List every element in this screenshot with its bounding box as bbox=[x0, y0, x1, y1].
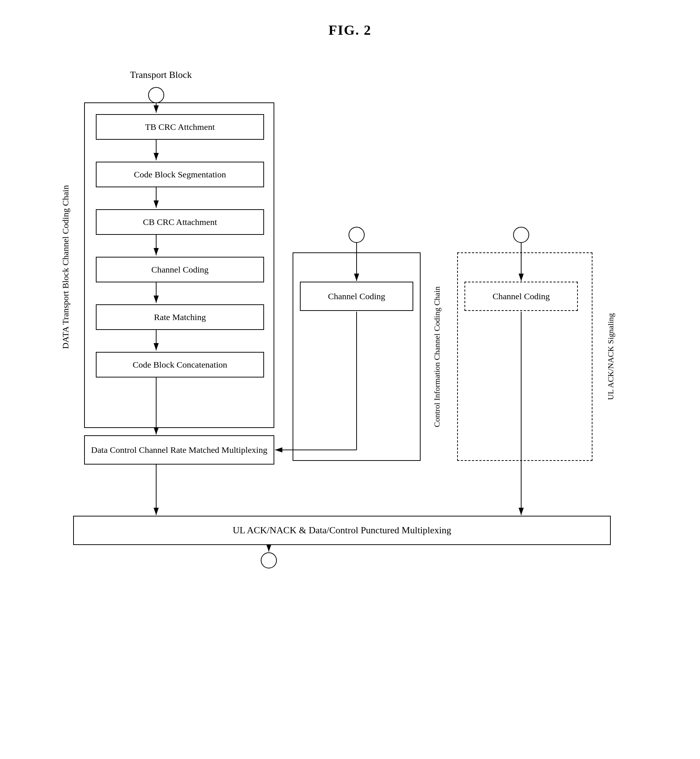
page: FIG. 2 Transport Block DATA Transport Bl… bbox=[0, 0, 700, 759]
box-ul-channel-coding: Channel Coding bbox=[464, 282, 578, 311]
box-code-block-seg: Code Block Segmentation bbox=[96, 162, 264, 187]
side-label-ctrl: Control Information Channel Coding Chain bbox=[426, 260, 448, 454]
box-rate-matching: Rate Matching bbox=[96, 304, 264, 330]
circle-ul-top bbox=[513, 227, 529, 243]
circle-ctrl-top bbox=[348, 227, 365, 243]
box-cb-crc: CB CRC Attachment bbox=[96, 209, 264, 235]
figure-title: FIG. 2 bbox=[0, 0, 700, 38]
box-ctrl-channel-coding: Channel Coding bbox=[300, 282, 413, 311]
side-label-data: DATA Transport Block Channel Coding Chai… bbox=[51, 128, 80, 406]
box-ul-ack-mux: UL ACK/NACK & Data/Control Punctured Mul… bbox=[73, 516, 611, 545]
diagram-area: Transport Block DATA Transport Block Cha… bbox=[37, 47, 658, 743]
box-channel-coding-data: Channel Coding bbox=[96, 257, 264, 282]
data-outer-rect: TB CRC Attchment Code Block Segmentation… bbox=[84, 102, 274, 428]
circle-transport-block bbox=[148, 87, 164, 103]
circle-bottom bbox=[261, 552, 277, 568]
transport-block-label: Transport Block bbox=[124, 69, 197, 80]
box-data-control-mux: Data Control Channel Rate Matched Multip… bbox=[84, 435, 274, 465]
box-code-block-concat: Code Block Concatenation bbox=[96, 352, 264, 377]
side-label-ul: UL ACK/NACK Signaling bbox=[598, 260, 623, 454]
box-tb-crc: TB CRC Attchment bbox=[96, 114, 264, 140]
